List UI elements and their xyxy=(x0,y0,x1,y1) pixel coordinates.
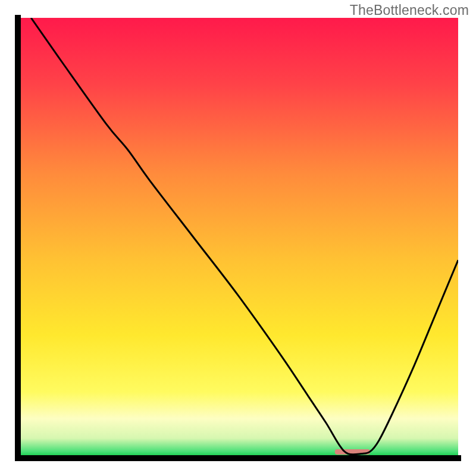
gradient-background xyxy=(18,18,458,458)
watermark-label: TheBottleneck.com xyxy=(350,2,469,18)
chart-container: TheBottleneck.com xyxy=(0,0,476,476)
bottleneck-chart xyxy=(0,0,476,476)
